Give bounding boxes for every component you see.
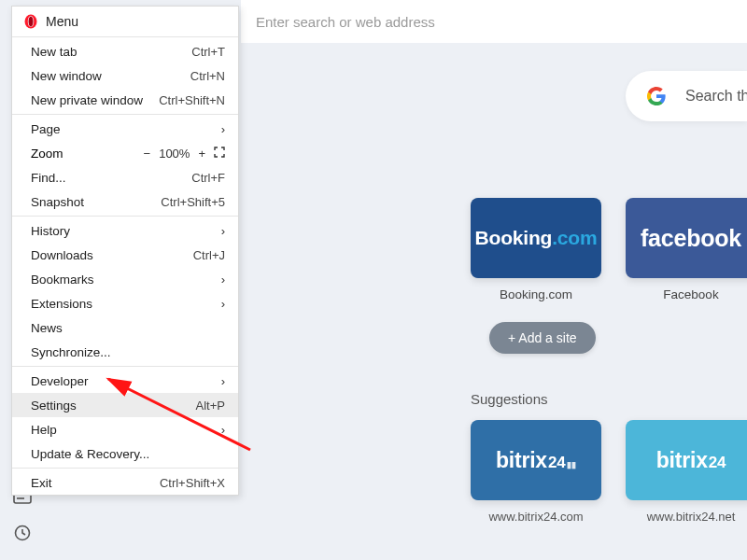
chevron-right-icon: › [221,374,225,388]
tile-bitrix-thumb: bitrix24 [626,420,747,500]
chevron-right-icon: › [221,122,225,136]
main-menu: Menu New tab Ctrl+T New window Ctrl+N Ne… [11,6,239,496]
menu-new-private-window[interactable]: New private window Ctrl+Shift+N [12,88,238,112]
speed-dial-content: Search the web Booking.com Booking.com f… [241,43,747,560]
tile-bitrix-net[interactable]: bitrix24 www.bitrix24.net [626,420,747,524]
tile-bitrix-com[interactable]: bitrix24▮▮ www.bitrix24.com [471,420,601,524]
suggestions-tiles: bitrix24▮▮ www.bitrix24.com bitrix24 www… [471,420,747,524]
menu-new-window[interactable]: New window Ctrl+N [12,63,238,88]
search-pill[interactable]: Search the web [626,71,747,121]
svg-point-6 [29,17,34,27]
menu-bookmarks[interactable]: Bookmarks › [12,267,238,291]
tile-url: www.bitrix24.com [488,510,583,524]
menu-separator [12,468,238,469]
history-clock-icon[interactable] [14,525,31,545]
google-icon [646,86,667,106]
chevron-right-icon: › [221,273,225,287]
menu-downloads[interactable]: Downloads Ctrl+J [12,243,238,267]
add-site-button[interactable]: + Add a site [489,322,596,354]
menu-update-recovery[interactable]: Update & Recovery... [12,441,238,466]
zoom-fullscreen-icon[interactable] [214,147,225,161]
menu-separator [12,114,238,115]
tile-booking[interactable]: Booking.com Booking.com [471,198,601,301]
menu-exit[interactable]: Exit Ctrl+Shift+X [12,470,238,495]
menu-developer[interactable]: Developer › [12,369,238,393]
chevron-right-icon: › [221,224,225,238]
chevron-right-icon: › [221,297,225,311]
menu-extensions[interactable]: Extensions › [12,291,238,315]
zoom-out-icon[interactable]: − [144,147,151,161]
address-bar[interactable]: Enter search or web address [241,0,747,43]
tile-facebook[interactable]: facebook Facebook [626,198,747,301]
tile-label: Booking.com [500,287,572,301]
menu-history[interactable]: History › [12,218,238,243]
menu-header: Menu [12,7,238,35]
suggestions-heading: Suggestions [471,391,747,407]
search-placeholder: Search the web [685,88,747,105]
menu-new-tab[interactable]: New tab Ctrl+T [12,39,238,63]
menu-snapshot[interactable]: Snapshot Ctrl+Shift+5 [12,189,238,214]
menu-help[interactable]: Help › [12,417,238,441]
zoom-in-icon[interactable]: + [198,147,205,161]
menu-title: Menu [46,14,78,29]
chevron-right-icon: › [221,423,225,437]
menu-page[interactable]: Page › [12,117,238,141]
tile-bitrix-thumb: bitrix24▮▮ [471,420,601,500]
speed-dial-tiles: Booking.com Booking.com facebook Faceboo… [471,198,747,301]
tile-url: www.bitrix24.net [647,510,736,524]
tile-booking-thumb: Booking.com [471,198,601,278]
opera-logo-icon [23,14,38,29]
address-placeholder: Enter search or web address [256,14,435,30]
menu-separator [12,366,238,367]
menu-find[interactable]: Find... Ctrl+F [12,165,238,189]
menu-separator [12,216,238,217]
menu-settings[interactable]: Settings Alt+P [12,393,238,417]
menu-zoom: Zoom − 100% + [12,141,238,165]
tile-facebook-thumb: facebook [626,198,747,278]
menu-news[interactable]: News [12,315,238,340]
tile-label: Facebook [663,287,718,301]
menu-synchronize[interactable]: Synchronize... [12,340,238,364]
menu-separator [12,36,238,37]
zoom-value: 100% [159,147,190,161]
